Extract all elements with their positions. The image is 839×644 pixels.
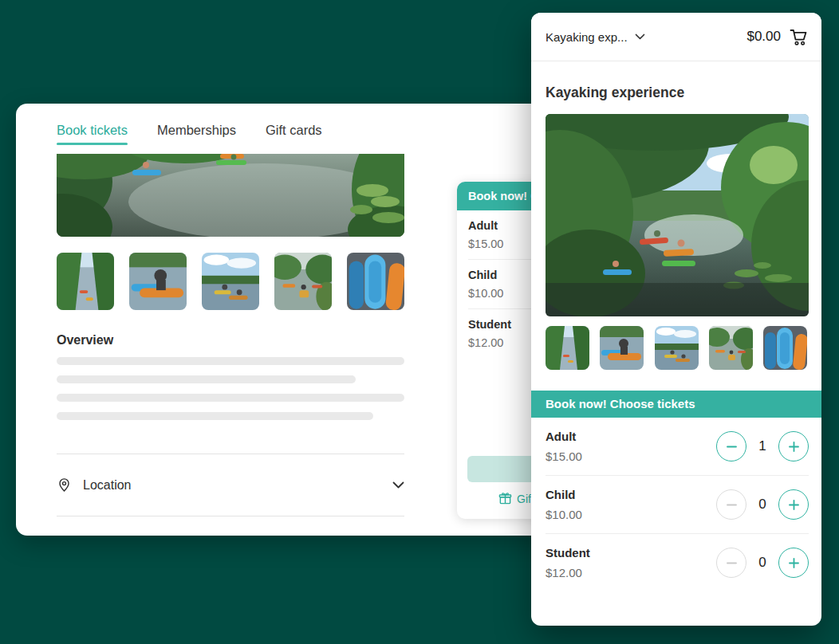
experience-title: Kayaking experience bbox=[546, 84, 807, 101]
thumbnail-river-group[interactable] bbox=[274, 253, 332, 310]
thumbnail-orange-kayak[interactable] bbox=[129, 253, 187, 310]
thumbnail-lake-kayaks[interactable] bbox=[655, 326, 699, 370]
ticket-row-adult: Adult $15.00 1 bbox=[546, 418, 809, 476]
plus-button[interactable] bbox=[778, 431, 809, 461]
thumbnail-river-canyon[interactable] bbox=[546, 326, 589, 370]
main-photo-river bbox=[57, 154, 404, 237]
quantity-stepper: 0 bbox=[716, 489, 809, 520]
quantity-stepper: 1 bbox=[716, 431, 809, 461]
tab-bar: Book tickets Memberships Gift cards bbox=[16, 104, 558, 151]
minus-button-disabled[interactable] bbox=[716, 548, 746, 578]
thumbnail-strip bbox=[57, 253, 404, 310]
thumbnail-orange-kayak[interactable] bbox=[600, 326, 644, 370]
quantity-value: 0 bbox=[754, 555, 771, 571]
checkout-header: Kayaking exp... $0.00 bbox=[531, 13, 821, 61]
thumbnail-river-group[interactable] bbox=[709, 326, 753, 370]
quantity-stepper: 0 bbox=[716, 548, 809, 578]
overview-skeleton-text bbox=[57, 357, 404, 430]
ticket-name: Student bbox=[546, 545, 590, 560]
plus-button[interactable] bbox=[778, 489, 809, 520]
tab-memberships[interactable]: Memberships bbox=[157, 104, 236, 151]
quantity-value: 0 bbox=[754, 497, 771, 512]
ticket-price: $10.00 bbox=[546, 507, 582, 522]
chevron-down-icon bbox=[392, 481, 404, 489]
thumbnail-kayaks-top-down[interactable] bbox=[763, 326, 807, 370]
location-pin-icon bbox=[57, 477, 72, 493]
experience-photo-river bbox=[546, 114, 809, 316]
ticket-price: $12.00 bbox=[546, 565, 590, 580]
ticket-name: Adult bbox=[546, 429, 582, 444]
skeleton-line bbox=[57, 394, 404, 402]
location-accordion[interactable]: Location bbox=[57, 454, 404, 516]
ticket-row-student: Student $12.00 0 bbox=[546, 534, 809, 591]
experience-selector[interactable]: Kayaking exp... bbox=[546, 30, 645, 44]
tab-gift-cards[interactable]: Gift cards bbox=[266, 104, 322, 151]
thumbnail-river-canyon[interactable] bbox=[57, 253, 114, 310]
choose-tickets-banner: Book now! Choose tickets bbox=[531, 391, 821, 418]
gift-icon bbox=[498, 492, 512, 505]
plus-button[interactable] bbox=[778, 548, 809, 578]
thumbnail-strip bbox=[546, 326, 807, 370]
ticket-selection-list: Adult $15.00 1 Child $10.00 bbox=[531, 418, 821, 591]
minus-button-disabled[interactable] bbox=[716, 489, 746, 520]
skeleton-line bbox=[57, 412, 373, 420]
app-background: Book tickets Memberships Gift cards bbox=[0, 0, 839, 644]
tab-book-tickets[interactable]: Book tickets bbox=[57, 104, 128, 151]
thumbnail-kayaks-top-down[interactable] bbox=[347, 253, 404, 310]
cart-icon[interactable] bbox=[789, 27, 809, 47]
cart-total: $0.00 bbox=[746, 29, 781, 45]
ticket-row-child: Child $10.00 0 bbox=[546, 476, 809, 534]
overview-heading: Overview bbox=[57, 333, 113, 348]
ticket-price: $15.00 bbox=[546, 449, 582, 464]
minus-button[interactable] bbox=[716, 431, 746, 461]
ticket-name: Child bbox=[546, 487, 582, 502]
thumbnail-lake-kayaks[interactable] bbox=[202, 253, 259, 310]
checkout-panel: Kayaking exp... $0.00 Kayakin bbox=[531, 13, 821, 626]
skeleton-line bbox=[57, 357, 404, 365]
location-label: Location bbox=[83, 478, 132, 493]
quantity-value: 1 bbox=[754, 438, 771, 454]
experience-selector-label: Kayaking exp... bbox=[546, 30, 628, 44]
chevron-down-icon bbox=[635, 33, 645, 41]
gift-link[interactable]: Gift bbox=[498, 492, 534, 505]
skeleton-line bbox=[57, 375, 356, 383]
